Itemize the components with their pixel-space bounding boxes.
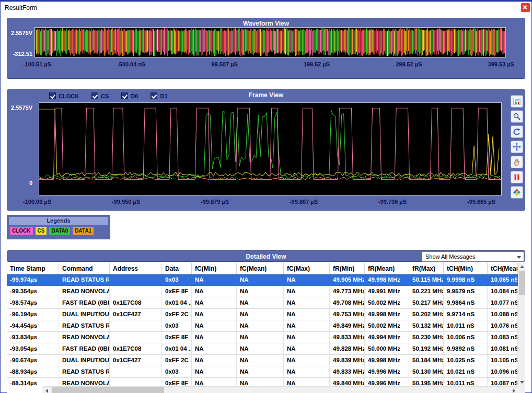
legend-row: CLOCKCSDATA0DATA1: [7, 225, 110, 235]
pause-icon[interactable]: [511, 171, 523, 183]
report-icon[interactable]: [511, 95, 523, 108]
result-form-window: ResultForm Waveform View 2.5575V -312.51…: [0, 0, 532, 393]
axis-label: 199.52 µS: [304, 61, 330, 67]
table-cell: NA: [237, 366, 284, 378]
table-cell: 0xFF 2C ...: [162, 309, 192, 320]
frame-y-max-label: 2.5575V: [8, 105, 32, 111]
table-row[interactable]: -94.454µsREAD STATUS R...0x03NANANA49.84…: [7, 320, 518, 332]
table-cell: 50.115 MHz: [409, 274, 444, 286]
frame-plot[interactable]: [39, 102, 502, 195]
pan-hand-icon[interactable]: [511, 156, 523, 168]
vertical-scrollbar[interactable]: [518, 263, 525, 386]
table-row[interactable]: -88.934µsREAD STATUS R...0x03NANANA49.83…: [7, 366, 518, 378]
table-cell: 49.833 MHz: [330, 366, 365, 378]
close-icon[interactable]: [521, 3, 530, 12]
column-header[interactable]: fR(Max): [409, 263, 444, 274]
axis-label: -100.51 µS: [23, 61, 51, 67]
undo-icon[interactable]: [511, 125, 523, 138]
table-cell: 10.088 nS: [488, 309, 518, 320]
palette-icon[interactable]: [511, 186, 523, 199]
table-cell: READ STATUS R...: [59, 274, 110, 286]
frame-canvas: [39, 103, 501, 195]
table-cell: FAST READ (0Bh): [59, 297, 110, 309]
table-cell: 10.083 nS: [488, 332, 518, 343]
move-icon[interactable]: [511, 141, 523, 153]
scroll-left-icon[interactable]: [42, 387, 51, 393]
title-bar: ResultForm: [1, 2, 531, 15]
table-cell: -90.674µs: [7, 355, 59, 366]
column-header[interactable]: Command: [59, 263, 110, 274]
checkbox-checked-icon[interactable]: [91, 93, 98, 99]
message-filter-value: Show All Messages: [425, 253, 475, 260]
table-cell: 50.192 MHz: [409, 343, 444, 355]
table-row[interactable]: -96.194µsDUAL INPUT/OU...0x1CF4270xFF 2C…: [7, 309, 518, 320]
table-cell: 10.021 nS: [444, 366, 488, 378]
horizontal-scrollbar[interactable]: [42, 386, 518, 393]
table-row[interactable]: -93.054µsFAST READ (0Bh)0x1E7C080x01 04 …: [7, 343, 518, 355]
waveform-view-panel: Waveform View 2.5575V -312.51 -100.51 µS…: [7, 18, 525, 79]
column-header[interactable]: fC(Mean): [237, 263, 284, 274]
table-row[interactable]: -90.674µsDUAL INPUT/OU...0x1CF4270xFF 2C…: [7, 355, 518, 366]
zoom-icon[interactable]: [511, 110, 523, 123]
table-cell: 49.849 MHz: [330, 320, 365, 332]
column-header[interactable]: Address: [110, 263, 162, 274]
column-header[interactable]: tCH(Mean: [488, 263, 518, 274]
vertical-scrollbar-thumb[interactable]: [519, 271, 525, 295]
scroll-right-icon[interactable]: [510, 387, 518, 393]
column-header[interactable]: fC(Max): [284, 263, 330, 274]
table-cell: 50.000 MHz: [365, 343, 409, 355]
table-cell: NA: [284, 309, 330, 320]
table-row[interactable]: -98.574µsFAST READ (0Bh)0x1E7C080x01 04 …: [7, 297, 518, 309]
table-cell: 0xFF 2C ...: [162, 355, 192, 366]
legend-cs: CS: [36, 227, 47, 235]
table-cell: 10.105 nS: [488, 355, 518, 366]
axis-label: -100.03 µS: [23, 199, 51, 205]
table-cell: 49.828 MHz: [330, 343, 365, 355]
table-cell: NA: [237, 274, 284, 286]
table-cell: -99.974µs: [7, 274, 59, 286]
table-cell: 10.011 nS: [444, 320, 488, 332]
table-row[interactable]: -99.354µsREAD NONVOLA...0xEF 8FNANANA49.…: [7, 286, 518, 297]
channel-checkbox-cs[interactable]: CS: [91, 93, 109, 99]
table-cell: 0xEF 8F: [162, 286, 192, 297]
column-header[interactable]: fR(Mean): [365, 263, 409, 274]
table-cell: -98.574µs: [7, 297, 59, 309]
column-header[interactable]: Data: [162, 263, 192, 274]
scroll-up-icon[interactable]: [518, 263, 525, 271]
table-header-row: Time StampCommandAddressDatafC(Min)fC(Me…: [7, 263, 518, 274]
checkbox-checked-icon[interactable]: [151, 93, 157, 99]
waveform-y-min-label: -312.51: [8, 51, 32, 57]
column-header[interactable]: fR(Min): [330, 263, 365, 274]
horizontal-scrollbar-thumb[interactable]: [52, 387, 164, 393]
table-cell: 9.9892 nS: [444, 343, 488, 355]
table-cell: NA: [284, 320, 330, 332]
table-row[interactable]: -93.834µsREAD NONVOLA...0xEF 8FNANANA49.…: [7, 332, 518, 343]
message-filter-dropdown[interactable]: Show All Messages: [422, 251, 524, 262]
table-cell: 0x1E7C08: [110, 297, 162, 309]
channel-checkbox-clock[interactable]: CLOCK: [49, 93, 79, 99]
axis-label: -99.950 µS: [112, 199, 140, 205]
waveform-plot[interactable]: [34, 27, 506, 57]
table-cell: 49.996 MHz: [365, 366, 409, 378]
table-cell: 0x1CF427: [110, 309, 162, 320]
table-cell: NA: [284, 343, 330, 355]
scroll-down-icon[interactable]: [518, 378, 525, 386]
column-header[interactable]: Time Stamp: [7, 263, 59, 274]
table-cell: 49.994 MHz: [365, 332, 409, 343]
table-cell: 10.081 nS: [488, 343, 518, 355]
checkbox-checked-icon[interactable]: [121, 93, 128, 99]
channel-checkbox-d1[interactable]: D1: [151, 93, 167, 99]
frame-checkbox-row: CLOCKCSD0D1: [49, 93, 168, 99]
column-header[interactable]: fC(Min): [192, 263, 237, 274]
table-cell: 10.096 nS: [488, 366, 518, 378]
table-row[interactable]: -99.974µsREAD STATUS R...0x03NANANA49.90…: [7, 274, 518, 286]
table-cell: [110, 320, 162, 332]
table-cell: 50.132 MHz: [409, 320, 444, 332]
column-header[interactable]: tCH(Min): [444, 263, 488, 274]
waveform-canvas: [35, 28, 505, 57]
checkbox-checked-icon[interactable]: [49, 93, 56, 99]
table-cell: 0x01 04 ...: [162, 297, 192, 309]
channel-checkbox-d0[interactable]: D0: [121, 93, 138, 99]
table-cell: 49.708 MHz: [330, 297, 365, 309]
table-cell: 49.905 MHz: [330, 274, 365, 286]
